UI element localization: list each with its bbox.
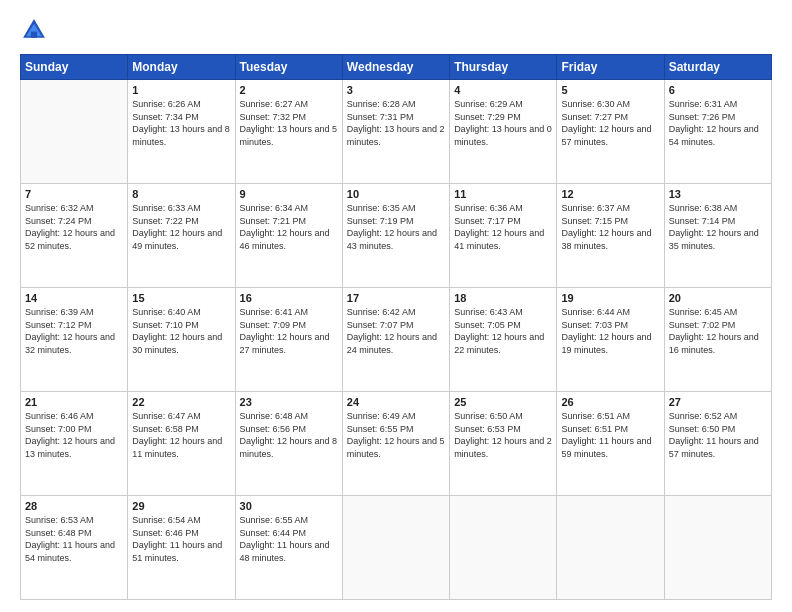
- day-cell: 12Sunrise: 6:37 AMSunset: 7:15 PMDayligh…: [557, 184, 664, 288]
- day-number: 23: [240, 396, 338, 408]
- day-info: Sunrise: 6:50 AMSunset: 6:53 PMDaylight:…: [454, 410, 552, 460]
- day-info: Sunrise: 6:32 AMSunset: 7:24 PMDaylight:…: [25, 202, 123, 252]
- day-info: Sunrise: 6:42 AMSunset: 7:07 PMDaylight:…: [347, 306, 445, 356]
- day-info: Sunrise: 6:34 AMSunset: 7:21 PMDaylight:…: [240, 202, 338, 252]
- col-header-wednesday: Wednesday: [342, 55, 449, 80]
- day-info: Sunrise: 6:49 AMSunset: 6:55 PMDaylight:…: [347, 410, 445, 460]
- day-number: 27: [669, 396, 767, 408]
- day-number: 19: [561, 292, 659, 304]
- day-number: 9: [240, 188, 338, 200]
- day-cell: 6Sunrise: 6:31 AMSunset: 7:26 PMDaylight…: [664, 80, 771, 184]
- day-number: 3: [347, 84, 445, 96]
- day-cell: 25Sunrise: 6:50 AMSunset: 6:53 PMDayligh…: [450, 392, 557, 496]
- day-cell: 26Sunrise: 6:51 AMSunset: 6:51 PMDayligh…: [557, 392, 664, 496]
- day-info: Sunrise: 6:38 AMSunset: 7:14 PMDaylight:…: [669, 202, 767, 252]
- day-number: 29: [132, 500, 230, 512]
- week-row-2: 14Sunrise: 6:39 AMSunset: 7:12 PMDayligh…: [21, 288, 772, 392]
- day-cell: 28Sunrise: 6:53 AMSunset: 6:48 PMDayligh…: [21, 496, 128, 600]
- day-cell: 23Sunrise: 6:48 AMSunset: 6:56 PMDayligh…: [235, 392, 342, 496]
- day-info: Sunrise: 6:35 AMSunset: 7:19 PMDaylight:…: [347, 202, 445, 252]
- day-cell: 7Sunrise: 6:32 AMSunset: 7:24 PMDaylight…: [21, 184, 128, 288]
- day-info: Sunrise: 6:53 AMSunset: 6:48 PMDaylight:…: [25, 514, 123, 564]
- calendar: SundayMondayTuesdayWednesdayThursdayFrid…: [20, 54, 772, 600]
- day-cell: 17Sunrise: 6:42 AMSunset: 7:07 PMDayligh…: [342, 288, 449, 392]
- day-number: 4: [454, 84, 552, 96]
- calendar-header-row: SundayMondayTuesdayWednesdayThursdayFrid…: [21, 55, 772, 80]
- day-info: Sunrise: 6:51 AMSunset: 6:51 PMDaylight:…: [561, 410, 659, 460]
- day-cell: [557, 496, 664, 600]
- day-number: 12: [561, 188, 659, 200]
- day-info: Sunrise: 6:36 AMSunset: 7:17 PMDaylight:…: [454, 202, 552, 252]
- day-number: 10: [347, 188, 445, 200]
- day-cell: [342, 496, 449, 600]
- day-number: 11: [454, 188, 552, 200]
- day-info: Sunrise: 6:46 AMSunset: 7:00 PMDaylight:…: [25, 410, 123, 460]
- day-cell: 27Sunrise: 6:52 AMSunset: 6:50 PMDayligh…: [664, 392, 771, 496]
- logo: [20, 16, 54, 44]
- week-row-0: 1Sunrise: 6:26 AMSunset: 7:34 PMDaylight…: [21, 80, 772, 184]
- day-cell: 4Sunrise: 6:29 AMSunset: 7:29 PMDaylight…: [450, 80, 557, 184]
- day-cell: 1Sunrise: 6:26 AMSunset: 7:34 PMDaylight…: [128, 80, 235, 184]
- day-cell: 20Sunrise: 6:45 AMSunset: 7:02 PMDayligh…: [664, 288, 771, 392]
- day-info: Sunrise: 6:30 AMSunset: 7:27 PMDaylight:…: [561, 98, 659, 148]
- day-cell: [21, 80, 128, 184]
- day-cell: 21Sunrise: 6:46 AMSunset: 7:00 PMDayligh…: [21, 392, 128, 496]
- day-number: 18: [454, 292, 552, 304]
- day-cell: 5Sunrise: 6:30 AMSunset: 7:27 PMDaylight…: [557, 80, 664, 184]
- day-info: Sunrise: 6:37 AMSunset: 7:15 PMDaylight:…: [561, 202, 659, 252]
- day-info: Sunrise: 6:43 AMSunset: 7:05 PMDaylight:…: [454, 306, 552, 356]
- header: [20, 16, 772, 44]
- day-cell: 3Sunrise: 6:28 AMSunset: 7:31 PMDaylight…: [342, 80, 449, 184]
- day-cell: 22Sunrise: 6:47 AMSunset: 6:58 PMDayligh…: [128, 392, 235, 496]
- day-cell: 18Sunrise: 6:43 AMSunset: 7:05 PMDayligh…: [450, 288, 557, 392]
- day-number: 8: [132, 188, 230, 200]
- day-number: 26: [561, 396, 659, 408]
- col-header-monday: Monday: [128, 55, 235, 80]
- day-info: Sunrise: 6:33 AMSunset: 7:22 PMDaylight:…: [132, 202, 230, 252]
- day-info: Sunrise: 6:47 AMSunset: 6:58 PMDaylight:…: [132, 410, 230, 460]
- day-cell: 29Sunrise: 6:54 AMSunset: 6:46 PMDayligh…: [128, 496, 235, 600]
- day-number: 13: [669, 188, 767, 200]
- day-number: 28: [25, 500, 123, 512]
- day-number: 20: [669, 292, 767, 304]
- day-number: 7: [25, 188, 123, 200]
- day-cell: 15Sunrise: 6:40 AMSunset: 7:10 PMDayligh…: [128, 288, 235, 392]
- day-cell: 24Sunrise: 6:49 AMSunset: 6:55 PMDayligh…: [342, 392, 449, 496]
- day-number: 17: [347, 292, 445, 304]
- day-number: 30: [240, 500, 338, 512]
- day-info: Sunrise: 6:31 AMSunset: 7:26 PMDaylight:…: [669, 98, 767, 148]
- day-number: 21: [25, 396, 123, 408]
- day-cell: 9Sunrise: 6:34 AMSunset: 7:21 PMDaylight…: [235, 184, 342, 288]
- day-info: Sunrise: 6:28 AMSunset: 7:31 PMDaylight:…: [347, 98, 445, 148]
- day-cell: [450, 496, 557, 600]
- day-number: 15: [132, 292, 230, 304]
- day-number: 2: [240, 84, 338, 96]
- day-info: Sunrise: 6:39 AMSunset: 7:12 PMDaylight:…: [25, 306, 123, 356]
- week-row-4: 28Sunrise: 6:53 AMSunset: 6:48 PMDayligh…: [21, 496, 772, 600]
- page: SundayMondayTuesdayWednesdayThursdayFrid…: [0, 0, 792, 612]
- day-info: Sunrise: 6:54 AMSunset: 6:46 PMDaylight:…: [132, 514, 230, 564]
- day-number: 5: [561, 84, 659, 96]
- day-cell: 11Sunrise: 6:36 AMSunset: 7:17 PMDayligh…: [450, 184, 557, 288]
- col-header-sunday: Sunday: [21, 55, 128, 80]
- day-cell: 14Sunrise: 6:39 AMSunset: 7:12 PMDayligh…: [21, 288, 128, 392]
- day-info: Sunrise: 6:40 AMSunset: 7:10 PMDaylight:…: [132, 306, 230, 356]
- day-cell: 16Sunrise: 6:41 AMSunset: 7:09 PMDayligh…: [235, 288, 342, 392]
- day-info: Sunrise: 6:45 AMSunset: 7:02 PMDaylight:…: [669, 306, 767, 356]
- day-number: 25: [454, 396, 552, 408]
- day-number: 14: [25, 292, 123, 304]
- day-info: Sunrise: 6:52 AMSunset: 6:50 PMDaylight:…: [669, 410, 767, 460]
- day-number: 1: [132, 84, 230, 96]
- col-header-saturday: Saturday: [664, 55, 771, 80]
- week-row-3: 21Sunrise: 6:46 AMSunset: 7:00 PMDayligh…: [21, 392, 772, 496]
- day-info: Sunrise: 6:44 AMSunset: 7:03 PMDaylight:…: [561, 306, 659, 356]
- week-row-1: 7Sunrise: 6:32 AMSunset: 7:24 PMDaylight…: [21, 184, 772, 288]
- day-info: Sunrise: 6:55 AMSunset: 6:44 PMDaylight:…: [240, 514, 338, 564]
- day-cell: 30Sunrise: 6:55 AMSunset: 6:44 PMDayligh…: [235, 496, 342, 600]
- day-number: 16: [240, 292, 338, 304]
- day-cell: 2Sunrise: 6:27 AMSunset: 7:32 PMDaylight…: [235, 80, 342, 184]
- day-cell: 13Sunrise: 6:38 AMSunset: 7:14 PMDayligh…: [664, 184, 771, 288]
- day-number: 6: [669, 84, 767, 96]
- day-info: Sunrise: 6:48 AMSunset: 6:56 PMDaylight:…: [240, 410, 338, 460]
- col-header-thursday: Thursday: [450, 55, 557, 80]
